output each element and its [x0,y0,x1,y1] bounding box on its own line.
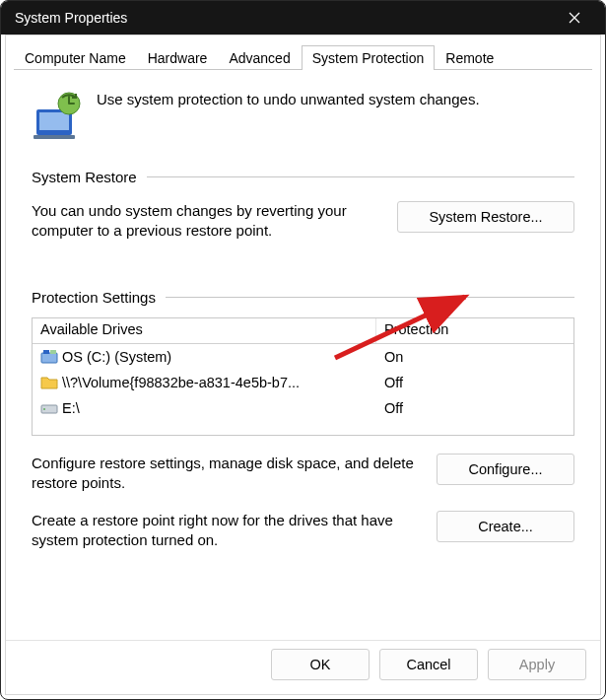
tab-strip: Computer Name Hardware Advanced System P… [6,35,600,70]
apply-button[interactable]: Apply [488,649,586,680]
svg-rect-2 [34,135,75,139]
drive-protection: Off [376,373,573,392]
group-line [147,176,574,177]
titlebar: System Properties [1,1,605,35]
tab-hardware[interactable]: Hardware [137,45,219,70]
configure-button[interactable]: Configure... [437,454,574,485]
drive-name: E:\ [62,400,80,416]
tab-content: Use system protection to undo unwanted s… [6,70,600,640]
folder-icon [40,374,58,391]
svg-rect-1 [39,112,69,130]
tab-computer-name[interactable]: Computer Name [14,45,137,70]
svg-rect-7 [50,350,56,354]
drive-name: OS (C:) (System) [62,349,171,365]
tab-advanced[interactable]: Advanced [218,45,301,70]
svg-point-9 [43,408,45,410]
close-button[interactable] [552,1,597,35]
group-label-system-restore: System Restore [32,169,147,185]
group-header-protection-settings: Protection Settings [32,289,574,306]
drive-protection: On [376,347,573,367]
create-row: Create a restore point right now for the… [32,511,574,551]
table-row[interactable]: OS (C:) (System) On [33,344,573,370]
configure-description: Configure restore settings, manage disk … [32,454,423,494]
group-header-system-restore: System Restore [32,169,574,185]
system-restore-row: You can undo system changes by reverting… [32,201,574,242]
drive-table-header: Available Drives Protection [33,318,573,344]
group-system-restore: System Restore You can undo system chang… [32,169,574,242]
ok-button[interactable]: OK [271,649,370,680]
system-protection-icon [32,90,83,141]
window-frame: System Properties Computer Name Hardware… [0,0,606,700]
system-restore-description: You can undo system changes by reverting… [32,201,379,242]
disk-icon [40,399,58,417]
group-protection-settings: Protection Settings Available Drives Pro… [32,289,574,551]
window-title: System Properties [15,10,552,26]
tab-remote[interactable]: Remote [435,45,505,70]
cancel-button[interactable]: Cancel [379,649,478,680]
configure-row: Configure restore settings, manage disk … [32,454,574,494]
os-drive-icon [40,348,58,366]
intro-text: Use system protection to undo unwanted s… [97,88,480,109]
drive-name: \\?\Volume{f98832be-a831-4e5b-b7... [62,375,300,390]
table-spacer [33,421,573,435]
close-icon [569,12,580,24]
system-restore-button[interactable]: System Restore... [397,201,574,233]
create-description: Create a restore point right now for the… [32,511,423,551]
table-row[interactable]: E:\ Off [33,395,573,421]
intro-row: Use system protection to undo unwanted s… [32,88,574,141]
svg-rect-6 [43,350,49,354]
group-line [166,297,574,298]
group-label-protection-settings: Protection Settings [32,289,166,306]
column-header-protection[interactable]: Protection [376,318,573,343]
drive-protection: Off [376,398,573,418]
dialog-button-bar: OK Cancel Apply [6,640,600,694]
tab-system-protection[interactable]: System Protection [302,45,436,70]
svg-rect-5 [41,353,57,363]
table-row[interactable]: \\?\Volume{f98832be-a831-4e5b-b7... Off [33,370,573,395]
create-button[interactable]: Create... [437,511,574,542]
column-header-drives[interactable]: Available Drives [33,318,376,343]
inner-panel: Computer Name Hardware Advanced System P… [5,35,601,695]
drive-table: Available Drives Protection OS (C:) (Sys… [32,317,574,436]
